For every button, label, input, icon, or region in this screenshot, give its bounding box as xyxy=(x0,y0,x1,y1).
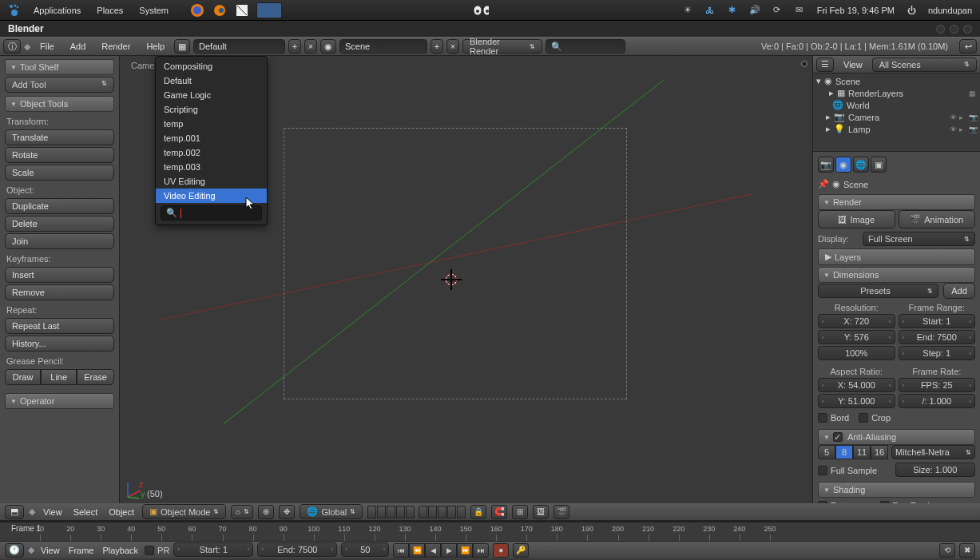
shading-header[interactable]: Shading xyxy=(818,482,975,498)
scene-browse-icon[interactable]: ◉ xyxy=(320,39,336,54)
auto-keyframe-button[interactable]: ● xyxy=(493,543,509,558)
manipulator-toggle[interactable]: ✥ xyxy=(279,505,295,519)
frame-start-field[interactable]: ‹Start: 1› xyxy=(899,314,976,328)
del-screen-button[interactable]: × xyxy=(304,39,317,54)
aa-8-button[interactable]: 8 xyxy=(835,445,853,459)
aa-16-button[interactable]: 16 xyxy=(871,445,888,459)
dropdown-item-temp003[interactable]: temp.003 xyxy=(156,160,267,174)
add-screen-button[interactable]: + xyxy=(288,39,301,54)
blender-launcher-icon[interactable] xyxy=(212,2,228,18)
tray-network-icon[interactable]: 🖧 xyxy=(702,2,718,18)
dropdown-search-input[interactable] xyxy=(181,209,260,218)
frame-end-field[interactable]: ‹End: 7500› xyxy=(899,330,976,344)
repeat-last-button[interactable]: Repeat Last xyxy=(5,318,114,334)
scene-field[interactable]: Scene xyxy=(339,39,427,54)
context-scene-icon[interactable]: ◉ xyxy=(835,157,851,173)
render-image-button[interactable]: 🖼Image xyxy=(818,210,895,228)
play-button[interactable]: ▶ xyxy=(441,543,457,558)
search-field[interactable]: 🔍 xyxy=(546,39,625,54)
mode-select[interactable]: ▣Object Mode⇅ xyxy=(142,504,226,519)
frame-step-field[interactable]: ‹Step: 1› xyxy=(899,346,976,360)
lock-camera-button[interactable]: 🔒 xyxy=(470,505,486,519)
user-menu[interactable]: ndundupan xyxy=(923,6,977,15)
prev-keyframe-button[interactable]: ⏪ xyxy=(409,543,425,558)
aa-11-button[interactable]: 11 xyxy=(853,445,871,459)
screen-layout-field[interactable]: Default xyxy=(193,39,285,54)
res-pct-field[interactable]: 100% xyxy=(818,346,895,360)
fps-field[interactable]: ‹FPS: 25› xyxy=(899,378,976,392)
timeline[interactable]: Frame 1 10203040506070809010011012013014… xyxy=(0,522,980,541)
dropdown-search[interactable]: 🔍 xyxy=(161,205,262,220)
jump-start-button[interactable]: ⏮ xyxy=(393,543,409,558)
gp-draw-button[interactable]: Draw xyxy=(5,369,41,385)
timeline-frame-menu[interactable]: Frame xyxy=(66,546,97,555)
rotate-button[interactable]: Rotate xyxy=(5,147,114,163)
tool-shelf-header[interactable]: Tool Shelf xyxy=(5,59,114,75)
object-tools-header[interactable]: Object Tools xyxy=(5,96,114,112)
textures-checkbox[interactable]: ✓Textures xyxy=(818,499,864,503)
tray-weather-icon[interactable]: ☀ xyxy=(680,2,696,18)
pr-checkbox[interactable]: PR xyxy=(145,544,169,557)
add-scene-button[interactable]: + xyxy=(430,39,443,54)
outliner-editor-icon[interactable]: ☰ xyxy=(816,58,834,72)
display-mode-select[interactable]: Full Screen⇅ xyxy=(863,232,975,246)
task-button[interactable] xyxy=(256,2,282,18)
presets-select[interactable]: Presets⇅ xyxy=(818,284,938,298)
3d-viewport[interactable]: Camera zy (50) Compositing Default Game … xyxy=(120,56,812,503)
screen-browse-icon[interactable]: ▦ xyxy=(174,39,190,54)
menu-render[interactable]: Render xyxy=(95,39,137,54)
duplicate-button[interactable]: Duplicate xyxy=(5,198,114,214)
gp-erase-button[interactable]: Erase xyxy=(77,369,114,385)
timeline-editor-icon[interactable]: 🕐 xyxy=(5,543,24,558)
full-sample-checkbox[interactable]: Full Sample xyxy=(818,463,891,479)
add-preset-button[interactable]: Add xyxy=(943,283,975,299)
end-frame-field[interactable]: ‹End: 7500› xyxy=(257,542,337,557)
next-keyframe-button[interactable]: ⏩ xyxy=(457,543,473,558)
clock[interactable]: Fri Feb 19, 9:46 PM xyxy=(811,6,901,15)
dropdown-item-video-editing[interactable]: Video Editing xyxy=(156,189,267,203)
keying-set-select[interactable]: 🔑 xyxy=(513,543,529,558)
dropdown-item-compositing[interactable]: Compositing xyxy=(156,59,267,73)
aspect-y-field[interactable]: ‹Y: 51.000› xyxy=(818,394,895,408)
res-y-field[interactable]: ‹Y: 576› xyxy=(818,330,895,344)
marker-button[interactable]: ✖ xyxy=(959,543,975,558)
3dview-object-menu[interactable]: Object xyxy=(105,507,137,517)
pin-icon[interactable]: 📌 xyxy=(818,179,829,189)
outliner-world[interactable]: 🌐World xyxy=(815,99,978,111)
delete-button[interactable]: Delete xyxy=(5,216,114,232)
outliner-lamp[interactable]: ▸💡Lamp👁▸📷 xyxy=(815,123,978,135)
system-menu[interactable]: System xyxy=(131,6,177,15)
dropdown-item-default[interactable]: Default xyxy=(156,73,267,88)
close-button[interactable] xyxy=(963,25,972,34)
3dview-select-menu[interactable]: Select xyxy=(70,507,101,517)
outliner-renderlayers[interactable]: ▸▦RenderLayers▦ xyxy=(815,87,978,99)
aa-5-button[interactable]: 5 xyxy=(818,445,835,459)
tray-update-icon[interactable]: ⟳ xyxy=(769,2,785,18)
start-frame-field[interactable]: ‹Start: 1› xyxy=(173,542,253,557)
sync-dropdown[interactable]: ⟲ xyxy=(939,543,955,558)
snap-element-select[interactable]: ⊞ xyxy=(512,505,528,519)
antialiasing-header[interactable]: ✓Anti-Aliasing xyxy=(818,429,975,445)
add-tool-button[interactable]: Add Tool⇅ xyxy=(5,77,114,93)
remove-keyframe-button[interactable]: Remove xyxy=(5,284,114,300)
crop-checkbox[interactable]: Crop xyxy=(859,411,891,424)
render-engine-select[interactable]: Blender Render⇅ xyxy=(462,39,542,54)
snap-toggle[interactable]: 🧲 xyxy=(491,505,507,519)
jump-end-button[interactable]: ⏭ xyxy=(473,543,489,558)
history-button[interactable]: History... xyxy=(5,336,114,351)
tray-bluetooth-icon[interactable]: ✱ xyxy=(724,2,740,18)
del-scene-button[interactable]: × xyxy=(446,39,459,54)
outliner-view-menu[interactable]: View xyxy=(837,58,869,72)
outliner-scene[interactable]: ▾◉Scene xyxy=(815,75,978,87)
insert-keyframe-button[interactable]: Insert xyxy=(5,267,114,283)
tray-volume-icon[interactable]: 🔊 xyxy=(747,2,763,18)
timeline-view-menu[interactable]: View xyxy=(38,546,62,555)
raytracing-checkbox[interactable]: ✓Ray Tracing xyxy=(880,499,940,503)
editor-type-icon[interactable]: ⓘ xyxy=(3,39,21,54)
translate-button[interactable]: Translate xyxy=(5,129,114,145)
filter-size-field[interactable]: Size: 1.000 xyxy=(895,463,976,477)
maximize-button[interactable] xyxy=(950,25,958,34)
3dview-editor-icon[interactable]: ⬒ xyxy=(5,505,24,519)
menu-file[interactable]: File xyxy=(34,39,61,54)
outliner-camera[interactable]: ▸📷Camera👁▸📷 xyxy=(815,111,978,123)
